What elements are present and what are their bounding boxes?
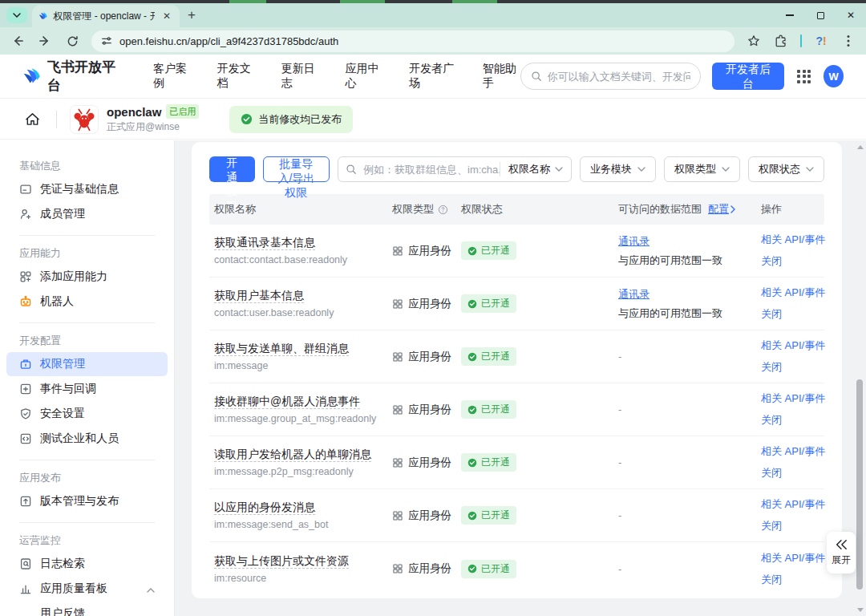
scope-link[interactable]: 通讯录 bbox=[618, 235, 650, 247]
header-permission-status: 权限状态 bbox=[461, 202, 618, 217]
related-api-link[interactable]: 相关 API/事件 bbox=[761, 233, 825, 247]
browser-tab-strip: 权限管理 - openclaw - 开发者 ✕ + ✕ bbox=[0, 3, 866, 27]
sidebar-item-user-feedback[interactable]: 用户反馈 bbox=[6, 602, 168, 616]
sidebar-item-events[interactable]: 事件与回调 bbox=[6, 377, 168, 401]
sidebar-item-security[interactable]: 安全设置 bbox=[6, 402, 168, 426]
back-button[interactable] bbox=[6, 30, 29, 52]
forward-button[interactable] bbox=[34, 30, 56, 52]
permission-name[interactable]: 获取与上传图片或文件资源 bbox=[214, 554, 349, 569]
actions-cell: 相关 API/事件 关闭 bbox=[761, 497, 825, 533]
browser-tab[interactable]: 权限管理 - openclaw - 开发者 ✕ bbox=[32, 5, 180, 27]
batch-import-export-button[interactable]: 批量导入/导出权限 bbox=[263, 156, 330, 182]
doc-search-box[interactable] bbox=[520, 63, 701, 90]
permission-name[interactable]: 获取与发送单聊、群组消息 bbox=[214, 342, 349, 356]
scope-desc: 与应用的可用范围一致 bbox=[618, 253, 761, 268]
close-permission-link[interactable]: 关闭 bbox=[761, 360, 782, 375]
related-api-link[interactable]: 相关 API/事件 bbox=[761, 391, 825, 406]
nav-app-center[interactable]: 应用中心 bbox=[345, 62, 382, 91]
app-identity-icon bbox=[392, 351, 403, 363]
nav-dev-docs[interactable]: 开发文档 bbox=[217, 62, 255, 91]
scope-link[interactable]: 通讯录 bbox=[618, 288, 650, 300]
close-permission-link[interactable]: 关闭 bbox=[761, 413, 782, 428]
permission-search-input[interactable] bbox=[357, 164, 500, 176]
permission-name[interactable]: 获取用户基本信息 bbox=[214, 289, 304, 303]
close-permission-link[interactable]: 关闭 bbox=[761, 519, 782, 533]
address-bar[interactable]: open.feishu.cn/app/cli_a9f4237d31785bdc/… bbox=[91, 30, 734, 52]
sidebar-item-quality-dashboard[interactable]: 应用质量看板 bbox=[6, 577, 168, 601]
permission-name[interactable]: 读取用户发给机器人的单聊消息 bbox=[214, 448, 371, 462]
nav-developer-plaza[interactable]: 开发者广场 bbox=[409, 62, 456, 91]
browser-menu-icon[interactable] bbox=[837, 30, 860, 52]
bookmark-star-icon[interactable] bbox=[743, 30, 765, 52]
apps-grid-icon[interactable] bbox=[797, 70, 811, 83]
help-circle-icon[interactable] bbox=[438, 205, 448, 215]
open-permission-button[interactable]: 开通权限 bbox=[209, 156, 255, 182]
window-maximize-button[interactable] bbox=[805, 3, 836, 27]
permission-name[interactable]: 以应用的身份发消息 bbox=[214, 500, 315, 515]
extensions-icon[interactable] bbox=[770, 30, 792, 52]
tab-search-button[interactable] bbox=[6, 7, 27, 23]
window-minimize-button[interactable] bbox=[775, 3, 805, 27]
scope-config-link[interactable]: 配置 bbox=[708, 202, 735, 217]
sidebar-item-permissions[interactable]: 权限管理 bbox=[6, 352, 168, 376]
chevron-up-icon[interactable] bbox=[147, 582, 155, 595]
sidebar-item-credentials[interactable]: 凭证与基础信息 bbox=[6, 177, 168, 201]
filter-permission-type[interactable]: 权限类型 bbox=[664, 156, 740, 182]
close-permission-link[interactable]: 关闭 bbox=[761, 254, 782, 269]
close-permission-link[interactable]: 关闭 bbox=[761, 573, 782, 587]
sidebar-item-test-org[interactable]: 测试企业和人员 bbox=[6, 427, 168, 451]
related-api-link[interactable]: 相关 API/事件 bbox=[761, 444, 825, 459]
new-tab-button[interactable]: + bbox=[188, 7, 196, 23]
release-upload-icon bbox=[19, 495, 32, 508]
expand-panel-button[interactable]: 展开 bbox=[827, 532, 856, 573]
scrollbar-thumb[interactable] bbox=[856, 379, 863, 590]
close-permission-link[interactable]: 关闭 bbox=[761, 466, 782, 480]
sidebar-item-add-capability[interactable]: 添加应用能力 bbox=[6, 265, 168, 289]
nav-customer-cases[interactable]: 客户案例 bbox=[153, 62, 191, 91]
nav-changelog[interactable]: 更新日志 bbox=[281, 62, 319, 91]
toolbar-divider bbox=[800, 34, 802, 47]
status-badge: 已开通 bbox=[461, 294, 516, 313]
sidebar-item-members[interactable]: 成员管理 bbox=[6, 202, 168, 226]
doc-search-input[interactable] bbox=[548, 71, 690, 83]
status-badge: 已开通 bbox=[461, 453, 516, 472]
sidebar-item-label: 测试企业和人员 bbox=[40, 432, 119, 446]
sidebar-item-label: 用户反馈 bbox=[40, 606, 85, 616]
search-category-dropdown[interactable]: 权限名称 bbox=[500, 162, 571, 176]
related-api-link[interactable]: 相关 API/事件 bbox=[761, 286, 825, 300]
refresh-button[interactable] bbox=[61, 30, 83, 52]
site-settings-icon[interactable] bbox=[101, 35, 112, 47]
permission-search-control[interactable]: 权限名称 bbox=[338, 156, 572, 182]
sidebar-item-version-release[interactable]: 版本管理与发布 bbox=[6, 489, 168, 513]
actions-cell: 相关 API/事件 关闭 bbox=[761, 286, 825, 322]
close-permission-link[interactable]: 关闭 bbox=[761, 307, 782, 322]
filter-label: 业务模块 bbox=[590, 162, 632, 176]
developer-console-button[interactable]: 开发者后台 bbox=[712, 63, 784, 90]
home-icon[interactable] bbox=[21, 108, 43, 131]
window-close-button[interactable]: ✕ bbox=[836, 3, 866, 27]
related-api-link[interactable]: 相关 API/事件 bbox=[761, 497, 825, 512]
permission-row: 获取与上传图片或文件资源 im:resource 应用身份 已开通 bbox=[209, 542, 824, 595]
related-api-link[interactable]: 相关 API/事件 bbox=[761, 551, 825, 565]
tab-close-icon[interactable]: ✕ bbox=[160, 10, 173, 22]
user-avatar[interactable]: W bbox=[824, 65, 844, 87]
permission-type-cell: 应用身份 bbox=[392, 561, 461, 576]
check-circle-icon bbox=[467, 511, 477, 521]
scroll-up-arrow[interactable] bbox=[855, 142, 865, 152]
scroll-down-arrow[interactable] bbox=[855, 605, 865, 614]
permission-name-cell: 读取用户发给机器人的单聊消息 im:message.p2p_msg:readon… bbox=[214, 448, 392, 477]
filter-business-module[interactable]: 业务模块 bbox=[580, 156, 656, 182]
nav-smart-assistant[interactable]: 智能助手 bbox=[483, 62, 520, 91]
question-extension-icon[interactable]: ?! bbox=[810, 30, 832, 52]
sidebar-item-log-search[interactable]: 日志检索 bbox=[6, 552, 168, 576]
sidebar-item-bot[interactable]: 机器人 bbox=[6, 290, 168, 314]
filter-permission-status[interactable]: 权限状态 bbox=[748, 156, 824, 182]
scope-cell: - bbox=[618, 351, 761, 363]
bar-chart-icon bbox=[19, 582, 32, 595]
permission-name[interactable]: 接收群聊中@机器人消息事件 bbox=[214, 395, 360, 409]
related-api-link[interactable]: 相关 API/事件 bbox=[761, 338, 825, 353]
permission-name[interactable]: 获取通讯录基本信息 bbox=[214, 236, 315, 250]
feishu-open-platform-logo[interactable]: 飞书开放平台 bbox=[22, 58, 119, 95]
publish-status-text: 当前修改均已发布 bbox=[258, 112, 342, 127]
page-scrollbar[interactable] bbox=[855, 142, 865, 614]
